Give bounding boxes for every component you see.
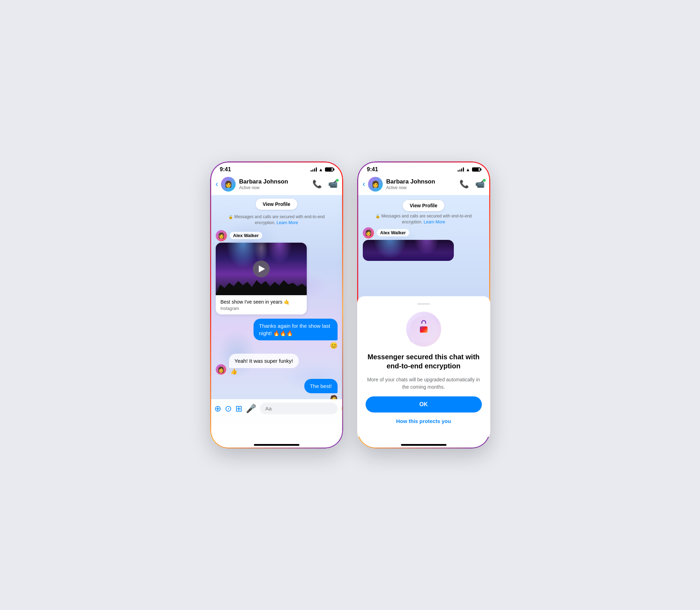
wifi-icon-1: ▲ [319, 167, 323, 172]
phone-2: 9:41 ▲ ‹ 👩 Barbara Johnson [357, 161, 490, 449]
wifi-icon-2: ▲ [466, 167, 470, 172]
media-card-2 [363, 240, 454, 261]
shared-message-1: ⎙ 👩 Alex Walker [216, 230, 314, 315]
contact-name-2: Barbara Johnson [386, 178, 459, 185]
sender-avatar-1: 👩 [216, 230, 227, 241]
nav-header-2: ‹ 👩 Barbara Johnson Active now 📞 📹 [357, 175, 490, 195]
video-active-dot-2 [483, 179, 486, 182]
sender-avatar-2: 👩 [363, 227, 374, 238]
header-actions-2: 📞 📹 [459, 180, 485, 189]
how-protects-button[interactable]: How this protects you [396, 418, 451, 424]
contact-status-1: Active now [239, 185, 312, 190]
video-call-icon-2[interactable]: 📹 [475, 180, 485, 189]
encryption-notice-1: 🔒 Messages and calls are secured with en… [216, 214, 338, 226]
view-profile-button-1[interactable]: View Profile [256, 199, 297, 210]
learn-more-link-1[interactable]: Learn More [277, 220, 298, 225]
concert-thumbnail-2 [363, 240, 454, 261]
learn-more-link-2[interactable]: Learn More [424, 220, 445, 224]
sent-bubble-1: Thanks again for the show last night! 🔥🔥… [254, 319, 338, 340]
message-input-1[interactable] [260, 403, 338, 414]
lock-shackle [421, 320, 426, 324]
sender-name-1: Alex Walker [230, 232, 262, 239]
contact-info-2: Barbara Johnson Active now [386, 178, 459, 190]
status-time-2: 9:41 [367, 166, 378, 173]
modal-handle [417, 303, 430, 305]
modal-title: Messenger secured this chat with end-to-… [366, 352, 482, 370]
modal-subtitle: More of your chats will be upgraded auto… [366, 376, 482, 391]
lock-icon-1: 🔒 [228, 215, 233, 219]
sent-message-1: Thanks again for the show last night! 🔥🔥… [254, 319, 338, 349]
received-reaction-1: 👍 [230, 368, 237, 374]
encryption-notice-2: 🔒 Messages and calls are secured with en… [363, 213, 485, 225]
lock-gradient-icon [418, 323, 429, 336]
back-button-2[interactable]: ‹ [363, 180, 365, 189]
emoji-icon-1[interactable]: 😊 [341, 404, 343, 413]
encryption-icon-bubble [410, 316, 438, 342]
sent-bubble-2: The best! [304, 379, 338, 393]
shared-message-2: 👩 Alex Walker [363, 227, 485, 261]
received-avatar-1: 👩 [216, 364, 226, 375]
header-actions-1: 📞 📹 [312, 180, 338, 189]
encryption-icon-wrapper [406, 312, 441, 347]
sent-reaction-1: 😊 [330, 342, 338, 349]
message-caption-1: Best show I've seen in years 🤙 Instagram [216, 295, 307, 315]
received-message-1: 👩 Yeah! It was super funky! 👍 [216, 354, 338, 375]
avatar-image-1: 👩 [221, 177, 236, 192]
status-icons-2: ▲ [458, 167, 480, 172]
status-bar-1: 9:41 ▲ [210, 161, 343, 175]
ok-button[interactable]: OK [366, 396, 482, 413]
received-bubble-1: Yeah! It was super funky! [229, 354, 299, 368]
signal-icon-1 [311, 167, 317, 172]
video-call-icon-1[interactable]: 📹 [328, 180, 338, 189]
caption-source-1: Instagram [221, 306, 302, 311]
battery-icon-2 [472, 167, 480, 172]
mic-icon-1[interactable]: 🎤 [246, 404, 256, 414]
contact-status-2: Active now [386, 185, 459, 190]
phone-call-icon-1[interactable]: 📞 [312, 180, 322, 189]
avatar-image-2: 👩 [368, 177, 383, 192]
contact-info-1: Barbara Johnson Active now [239, 178, 312, 190]
camera-icon-1[interactable]: ⊙ [225, 404, 232, 414]
caption-text-1: Best show I've seen in years 🤙 [221, 299, 302, 306]
concert-lights-2 [363, 240, 454, 261]
lock-icon-2: 🔒 [375, 214, 380, 218]
phone-1: 9:41 ▲ ‹ 👩 Barbara Johnson [210, 161, 343, 449]
received-bubble-wrapper-1: Yeah! It was super funky! 👍 [229, 354, 299, 375]
lock-body [420, 326, 428, 333]
sender-name-2: Alex Walker [377, 229, 409, 236]
status-bar-2: 9:41 ▲ [357, 161, 490, 175]
video-active-dot-1 [336, 179, 339, 182]
view-profile-button-2[interactable]: View Profile [403, 200, 444, 211]
concert-thumbnail-1 [216, 243, 307, 295]
home-indicator-1 [254, 444, 299, 446]
chat-scroll-1[interactable]: View Profile 🔒 Messages and calls are se… [210, 195, 343, 423]
contact-name-1: Barbara Johnson [239, 178, 312, 185]
sender-row-1: 👩 Alex Walker [216, 230, 262, 241]
chat-area-2: View Profile 🔒 Messages and calls are se… [357, 195, 490, 437]
gallery-icon-1[interactable]: ⊞ [235, 404, 242, 414]
phones-container: 9:41 ▲ ‹ 👩 Barbara Johnson [210, 161, 490, 449]
plus-icon-1[interactable]: ⊕ [214, 404, 221, 414]
sender-row-2: 👩 Alex Walker [363, 227, 409, 238]
contact-avatar-1[interactable]: 👩 [221, 177, 236, 192]
phone-call-icon-2[interactable]: 📞 [459, 180, 469, 189]
input-bar-1: ⊕ ⊙ ⊞ 🎤 😊 ✌️ [210, 399, 343, 423]
phone2-top-chat: View Profile 🔒 Messages and calls are se… [357, 195, 490, 264]
chat-area-1: View Profile 🔒 Messages and calls are se… [210, 195, 343, 423]
battery-icon-1 [325, 167, 333, 172]
contact-avatar-2[interactable]: 👩 [368, 177, 383, 192]
play-button-1[interactable] [253, 261, 270, 277]
signal-icon-2 [458, 167, 464, 172]
home-indicator-2 [401, 444, 446, 446]
nav-header-1: ‹ 👩 Barbara Johnson Active now 📞 📹 [210, 175, 343, 195]
media-card-1[interactable]: Best show I've seen in years 🤙 Instagram [216, 243, 307, 315]
encryption-modal: Messenger secured this chat with end-to-… [357, 296, 490, 437]
back-button-1[interactable]: ‹ [216, 180, 218, 189]
play-triangle-1 [259, 265, 265, 272]
status-time-1: 9:41 [220, 166, 231, 173]
status-icons-1: ▲ [311, 167, 333, 172]
